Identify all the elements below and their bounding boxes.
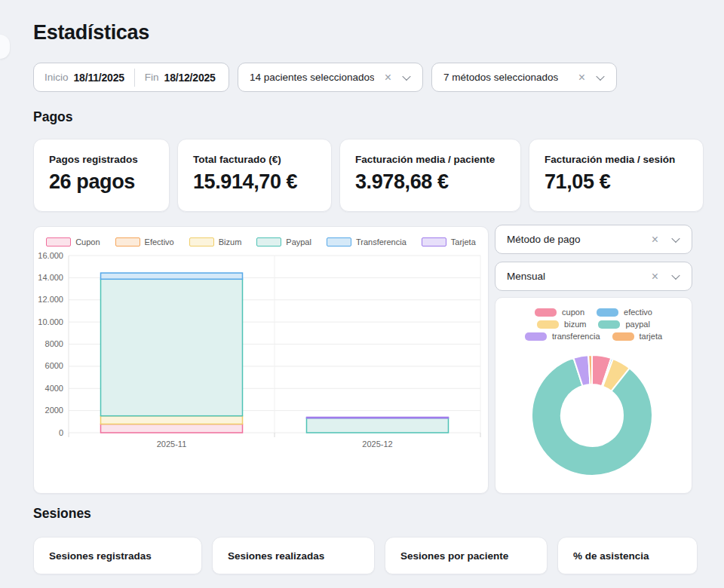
legend-label: Efectivo	[145, 237, 174, 247]
legend-label: Transferencia	[356, 237, 406, 247]
legend-row: transferenciatarjeta	[525, 332, 662, 341]
period-filter-dropdown[interactable]: Mensual ×	[495, 262, 692, 291]
clear-icon[interactable]: ×	[652, 233, 658, 245]
stat-card-label: Facturación media / sesión	[545, 154, 691, 165]
legend-label: Tarjeta	[451, 237, 476, 247]
payment-methods-donut-card: cuponefectivobizumpaypaltransferenciatar…	[495, 297, 692, 494]
stat-card-label: Total facturado (€)	[193, 154, 319, 165]
payments-stat-cards: Pagos registrados 26 pagos Total factura…	[33, 139, 704, 212]
stat-card-value: 71,05 €	[545, 170, 691, 194]
legend-item[interactable]: paypal	[598, 320, 649, 329]
legend-item[interactable]: bizum	[537, 320, 586, 329]
svg-text:10.000: 10.000	[38, 317, 63, 326]
stat-card-label: Sesiones realizadas	[228, 550, 374, 562]
legend-label: bizum	[564, 320, 586, 329]
bar-chart-legend: CuponEfectivoBizumPaypalTransferenciaTar…	[34, 236, 488, 248]
stat-card-pagos-registrados: Pagos registrados 26 pagos	[33, 139, 170, 212]
methods-filter-dropdown[interactable]: 7 métodos seleccionados ×	[431, 63, 617, 92]
legend-item[interactable]: cupon	[535, 308, 584, 317]
svg-text:2025-11: 2025-11	[157, 439, 187, 449]
bar-chart: 0200040006000800010.00012.00014.00016.00…	[34, 250, 488, 492]
legend-label: Paypal	[286, 237, 311, 247]
legend-swatch	[327, 237, 351, 247]
methods-filter-value: 7 métodos seleccionados	[443, 72, 558, 83]
divider	[134, 69, 135, 87]
stat-card-media-sesion: Facturación media / sesión 71,05 €	[529, 139, 704, 212]
svg-text:4000: 4000	[45, 384, 63, 393]
legend-item[interactable]: Paypal	[256, 237, 311, 247]
stat-card-label: Sesiones registradas	[49, 550, 201, 562]
chevron-down-icon[interactable]	[402, 72, 410, 80]
session-card-realizadas: Sesiones realizadas	[212, 537, 375, 574]
legend-label: paypal	[625, 320, 649, 329]
date-start-label: Inicio	[44, 72, 69, 83]
section-heading-sesiones: Sesiones	[33, 506, 91, 522]
stat-card-value: 3.978,68 €	[355, 170, 508, 194]
drawer-handle[interactable]	[0, 35, 10, 59]
legend-swatch	[612, 332, 634, 341]
legend-item[interactable]: Cupon	[46, 237, 100, 247]
legend-item[interactable]: transferencia	[525, 332, 600, 341]
patients-filter-dropdown[interactable]: 14 pacientes seleccionados ×	[238, 63, 423, 92]
clear-icon[interactable]: ×	[578, 71, 585, 83]
patients-filter-value: 14 pacientes seleccionados	[250, 72, 374, 83]
legend-row: cuponefectivo	[535, 308, 652, 317]
date-end-label: Fin	[145, 72, 159, 83]
svg-text:2025-12: 2025-12	[362, 439, 392, 449]
svg-text:8000: 8000	[45, 339, 63, 348]
session-card-asistencia: % de asistencia	[557, 537, 698, 574]
date-range-filter[interactable]: Inicio 18/11/2025 Fin 18/12/2025	[33, 63, 229, 92]
legend-swatch	[598, 320, 620, 329]
chevron-down-icon[interactable]	[671, 234, 680, 242]
svg-text:14.000: 14.000	[38, 273, 63, 282]
legend-item[interactable]: tarjeta	[612, 332, 663, 341]
chevron-down-icon[interactable]	[596, 72, 604, 80]
legend-label: tarjeta	[640, 332, 663, 341]
svg-text:2000: 2000	[45, 406, 63, 415]
session-card-por-paciente: Sesiones por paciente	[385, 537, 548, 574]
legend-item[interactable]: Bizum	[189, 237, 242, 247]
stat-card-label: Sesiones por paciente	[400, 550, 547, 562]
payments-bar-chart-card: CuponEfectivoBizumPaypalTransferenciaTar…	[33, 226, 489, 494]
clear-icon[interactable]: ×	[652, 270, 658, 282]
legend-label: Bizum	[219, 237, 242, 247]
legend-swatch	[115, 237, 140, 247]
legend-swatch	[525, 332, 547, 341]
svg-text:6000: 6000	[45, 361, 63, 370]
filter-bar: Inicio 18/11/2025 Fin 18/12/2025 14 paci…	[33, 63, 617, 92]
legend-swatch	[189, 237, 214, 247]
payment-method-filter-dropdown[interactable]: Método de pago ×	[495, 225, 692, 254]
chevron-down-icon[interactable]	[671, 271, 680, 279]
section-heading-pagos: Pagos	[33, 109, 73, 125]
legend-item[interactable]: Tarjeta	[422, 237, 476, 247]
legend-swatch	[597, 308, 618, 317]
legend-swatch	[535, 308, 557, 317]
legend-item[interactable]: Efectivo	[115, 237, 174, 247]
period-filter-value: Mensual	[507, 271, 545, 282]
stat-card-label: Facturación media / paciente	[355, 154, 508, 165]
legend-swatch	[46, 237, 71, 247]
stat-card-total-facturado: Total facturado (€) 15.914,70 €	[177, 139, 332, 212]
legend-row: bizumpaypal	[537, 320, 650, 329]
legend-item[interactable]: Transferencia	[327, 237, 406, 247]
date-end-input[interactable]: 18/12/2025	[164, 72, 216, 84]
svg-text:16.000: 16.000	[38, 251, 63, 260]
donut-chart-legend: cuponefectivobizumpaypaltransferenciatar…	[495, 308, 692, 341]
legend-item[interactable]: efectivo	[597, 308, 652, 317]
svg-text:12.000: 12.000	[38, 295, 63, 304]
stat-card-media-paciente: Facturación media / paciente 3.978,68 €	[339, 139, 521, 212]
payment-method-filter-value: Método de pago	[507, 234, 581, 245]
page-title: Estadísticas	[33, 21, 149, 44]
stat-card-label: Pagos registrados	[49, 154, 157, 165]
svg-text:0: 0	[59, 428, 63, 437]
legend-swatch	[422, 237, 446, 247]
legend-label: Cupon	[75, 237, 100, 247]
legend-label: transferencia	[552, 332, 600, 341]
stat-card-value: 15.914,70 €	[193, 170, 319, 194]
clear-icon[interactable]: ×	[385, 71, 391, 83]
legend-label: efectivo	[624, 308, 652, 317]
sessions-stat-cards: Sesiones registradas Sesiones realizadas…	[33, 537, 698, 574]
date-start-input[interactable]: 18/11/2025	[74, 72, 124, 84]
legend-swatch	[537, 320, 559, 329]
donut-chart	[495, 341, 692, 486]
